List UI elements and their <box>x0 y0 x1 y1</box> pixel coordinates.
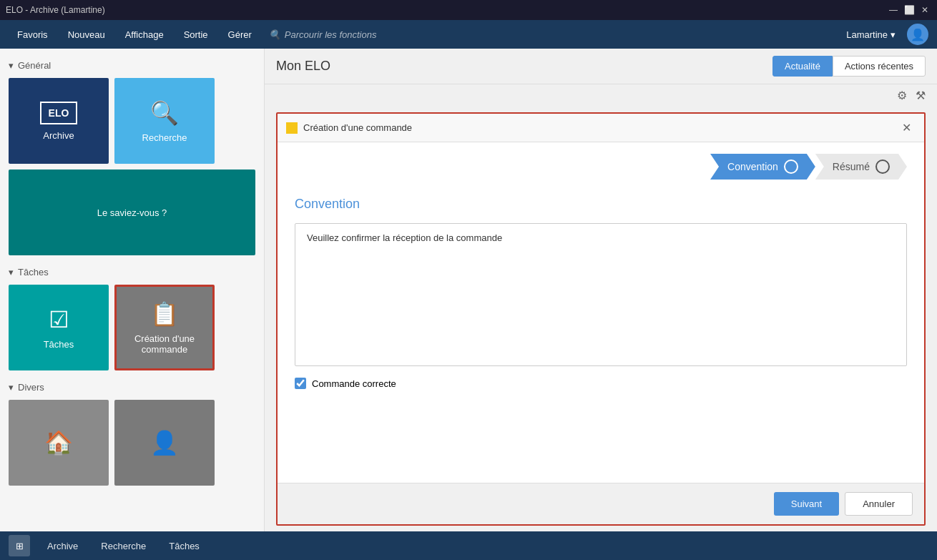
search-placeholder: Parcourir les fonctions <box>285 29 377 40</box>
step-resume-label: Résumé <box>833 161 870 172</box>
annuler-button[interactable]: Annuler <box>845 492 913 516</box>
user-name: Lamartine <box>846 29 888 40</box>
taches-tiles: ☑ Tâches 📋 Création d'une commande <box>9 285 255 370</box>
search-bar[interactable]: 🔍 Parcourir les fonctions <box>269 29 377 40</box>
menu-favoris[interactable]: Favoris <box>9 25 57 44</box>
divers-tiles: 🏠 👤 <box>9 400 255 486</box>
main-layout: ▾ Général ELO Archive 🔍 Recherche Le sav… <box>0 49 937 531</box>
dialog-footer: Suivant Annuler <box>278 483 924 524</box>
section-general: ▾ Général <box>9 60 255 71</box>
person-icon: 👤 <box>150 429 179 456</box>
tile-saviez-vous-label: Le saviez-vous ? <box>97 207 167 218</box>
tile-divers1[interactable]: 🏠 <box>9 400 109 486</box>
minimize-button[interactable]: — <box>887 4 900 16</box>
avatar-icon: 👤 <box>911 28 925 41</box>
step-convention-label: Convention <box>727 161 778 172</box>
icons-row: ⚙ ⚒ <box>265 84 937 107</box>
content-header: Mon ELO Actualité Actions récentes <box>265 49 937 84</box>
tile-saviez-vous[interactable]: Le saviez-vous ? <box>9 170 255 255</box>
user-menu[interactable]: Lamartine ▾ <box>840 26 901 43</box>
bottombar-taches[interactable]: Tâches <box>163 538 205 554</box>
tab-actions-recentes[interactable]: Actions récentes <box>833 56 926 77</box>
tile-taches[interactable]: ☑ Tâches <box>9 285 109 370</box>
section-divers: ▾ Divers <box>9 382 255 393</box>
menu-gerer[interactable]: Gérer <box>220 25 260 44</box>
step-resume[interactable]: Résumé <box>815 154 907 180</box>
search-icon: 🔍 <box>269 29 280 40</box>
checkbox-row: Commande correcte <box>295 378 907 389</box>
chevron-down-icon: ▾ <box>9 267 14 277</box>
convention-section-title: Convention <box>295 197 907 212</box>
bottombar-archive[interactable]: Archive <box>41 538 84 554</box>
titlebar-controls[interactable]: — ⬜ ✕ <box>887 4 931 16</box>
section-divers-label: Divers <box>18 382 44 393</box>
dialog-title-row: Création d'une commande <box>286 122 412 134</box>
menu-affichage[interactable]: Affichage <box>117 25 172 44</box>
section-general-label: Général <box>18 60 51 71</box>
settings-icon[interactable]: ⚙ <box>897 89 907 102</box>
commande-correcte-checkbox[interactable] <box>295 378 306 389</box>
convention-text-box: Veuillez confirmer la réception de la co… <box>295 223 907 366</box>
chevron-down-icon: ▾ <box>891 29 896 40</box>
avatar[interactable]: 👤 <box>907 24 928 45</box>
tile-divers2[interactable]: 👤 <box>114 400 215 486</box>
tile-creation-commande[interactable]: 📋 Création d'une commande <box>114 285 215 370</box>
general-tiles: ELO Archive 🔍 Recherche Le saviez-vous ? <box>9 78 255 255</box>
suivant-button[interactable]: Suivant <box>774 492 839 516</box>
dialog-body: Convention Résumé Convention Veuillez co… <box>278 142 924 483</box>
tune-icon[interactable]: ⚒ <box>916 89 926 102</box>
commande-correcte-label: Commande correcte <box>312 378 396 389</box>
step-convention-circle <box>784 159 798 174</box>
app-title: ELO - Archive (Lamartine) <box>6 5 105 15</box>
elo-icon: ELO <box>40 102 78 124</box>
menubar-right: Lamartine ▾ 👤 <box>840 24 928 45</box>
tile-archive[interactable]: ELO Archive <box>9 78 109 164</box>
restore-button[interactable]: ⬜ <box>903 4 916 16</box>
tile-creation-commande-label: Création d'une commande <box>122 333 207 355</box>
tile-recherche-label: Recherche <box>142 132 187 143</box>
tile-recherche[interactable]: 🔍 Recherche <box>114 78 215 164</box>
step-resume-circle <box>875 159 890 174</box>
bottom-bar: ⊞ Archive Recherche Tâches <box>0 531 937 560</box>
dialog-container: Création d'une commande ✕ Convention Rés… <box>276 112 926 526</box>
search-tile-icon: 🔍 <box>150 99 179 127</box>
document-icon: 📋 <box>150 300 179 328</box>
titlebar-left: ELO - Archive (Lamartine) <box>6 5 105 15</box>
close-window-button[interactable]: ✕ <box>918 4 931 16</box>
menu-sortie[interactable]: Sortie <box>175 25 217 44</box>
page-title: Mon ELO <box>276 59 330 74</box>
sidebar: ▾ Général ELO Archive 🔍 Recherche Le sav… <box>0 49 265 531</box>
bottombar-recherche[interactable]: Recherche <box>95 538 152 554</box>
steps-bar: Convention Résumé <box>295 154 907 180</box>
chevron-down-icon: ▾ <box>9 382 14 393</box>
tile-taches-label: Tâches <box>44 339 74 350</box>
menubar: Favoris Nouveau Affichage Sortie Gérer 🔍… <box>0 20 937 49</box>
check-icon: ☑ <box>49 306 69 333</box>
dialog-close-button[interactable]: ✕ <box>898 119 916 136</box>
grid-icon[interactable]: ⊞ <box>9 535 30 556</box>
dialog-header: Création d'une commande ✕ <box>278 114 924 142</box>
section-taches: ▾ Tâches <box>9 267 255 277</box>
step-convention[interactable]: Convention <box>710 154 815 180</box>
titlebar: ELO - Archive (Lamartine) — ⬜ ✕ <box>0 0 937 20</box>
dialog-file-icon <box>286 122 298 134</box>
section-taches-label: Tâches <box>18 267 49 277</box>
dialog-title: Création d'une commande <box>303 122 412 133</box>
tile-archive-label: Archive <box>43 130 74 141</box>
convention-text: Veuillez confirmer la réception de la co… <box>307 232 502 243</box>
tab-group[interactable]: Actualité Actions récentes <box>772 56 926 77</box>
tab-actualite[interactable]: Actualité <box>772 56 833 77</box>
menu-nouveau[interactable]: Nouveau <box>59 25 114 44</box>
home-icon: 🏠 <box>44 429 73 456</box>
content-area: Mon ELO Actualité Actions récentes ⚙ ⚒ C… <box>265 49 937 531</box>
chevron-down-icon: ▾ <box>9 60 14 71</box>
